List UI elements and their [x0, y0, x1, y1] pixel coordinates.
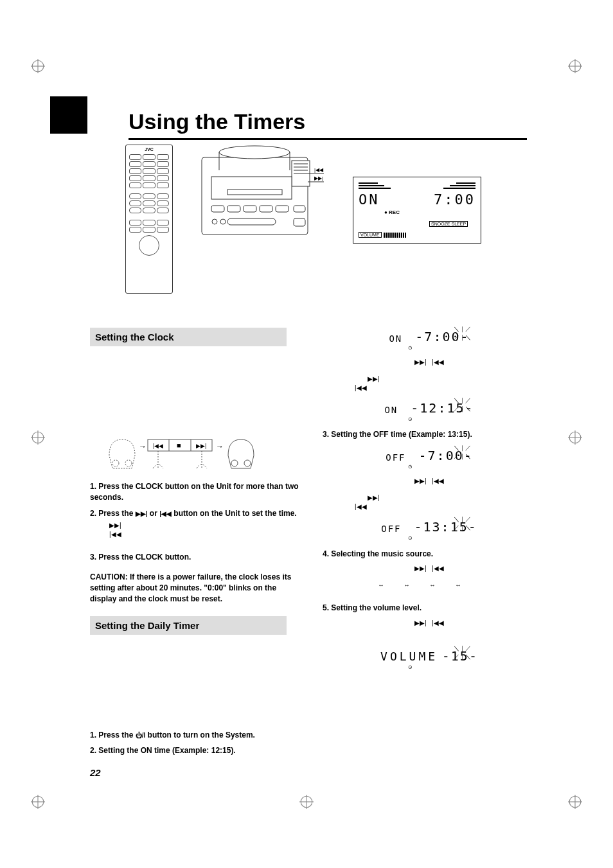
clock-step-1: 1. Press the CLOCK button on the Unit fo…: [90, 481, 303, 503]
rewind-icon: |◀◀: [432, 619, 444, 626]
svg-text:■: ■: [177, 441, 181, 449]
right-column: ＼｜／／｜＼ ON-7:00- ⊙ ▶▶| |◀◀ ▶▶| |◀◀ ＼｜／／｜＼…: [323, 321, 536, 759]
lcd-figure-on-1215: ＼｜／／｜＼ ON-12:15- ⊙: [375, 399, 484, 423]
fast-forward-icon: ▶▶|: [414, 477, 427, 484]
svg-rect-34: [244, 206, 256, 212]
rewind-icon: |◀◀: [109, 530, 121, 539]
svg-text:|◀◀: |◀◀: [314, 167, 324, 173]
clock-indicator-icon: ⊙: [336, 416, 484, 423]
figure-lcd-display: ON 7:00 ● REC SNOOZE SLEEP VOLUME: [353, 177, 481, 244]
double-arrow-icon: ↔: [378, 581, 404, 589]
svg-rect-31: [227, 190, 282, 195]
svg-text:|◀◀: |◀◀: [153, 443, 163, 449]
fast-forward-icon: ▶▶|: [414, 359, 427, 366]
rewind-icon: |◀◀: [159, 510, 172, 517]
svg-rect-33: [227, 206, 240, 212]
lcd-tuning-bars-right-icon: [443, 182, 475, 190]
svg-rect-32: [211, 206, 224, 212]
svg-rect-38: [227, 218, 276, 225]
caution-text: CAUTION: If there is a power failure, th…: [90, 572, 303, 604]
daily-step-4: 4. Selecting the music source.: [323, 549, 536, 560]
fast-forward-icon: ▶▶|: [368, 493, 380, 502]
fast-forward-icon: ▶▶|: [414, 565, 427, 572]
svg-point-39: [212, 219, 217, 224]
clock-indicator-icon: ⊙: [336, 535, 484, 542]
clock-step-2: 2. Press the ▶▶| or |◀◀ button on the Un…: [90, 508, 303, 519]
rewind-icon: |◀◀: [355, 384, 367, 393]
daily-step-3: 3. Setting the OFF time (Example: 13:15)…: [323, 429, 536, 440]
section-heading-daily-timer: Setting the Daily Timer: [90, 616, 287, 635]
twinkle-icon: ＼｜／／｜＼: [454, 515, 471, 531]
rewind-icon: |◀◀: [432, 359, 444, 366]
rewind-icon: |◀◀: [432, 565, 444, 572]
daily-step-1: 1. Press the ⏻/I button to turn on the S…: [90, 730, 303, 741]
registration-mark: [31, 59, 45, 73]
svg-text:→: →: [139, 442, 147, 451]
remote-brand-label: JVC: [126, 147, 172, 152]
registration-mark: [299, 795, 314, 809]
figure-main-unit: |◀◀ ▶▶|: [199, 145, 327, 238]
chapter-tab: [50, 96, 87, 134]
svg-point-58: [231, 460, 238, 466]
left-column: Setting the Clock → |◀◀ ■ ▶▶|: [90, 321, 303, 759]
registration-mark: [31, 430, 45, 445]
svg-point-46: [112, 460, 119, 466]
svg-rect-36: [276, 206, 289, 212]
lcd-figure-off-7: ＼｜／／｜＼ OFF-7:00- ⊙: [375, 447, 484, 470]
svg-text:→: →: [216, 442, 224, 451]
fast-forward-icon: ▶▶|: [109, 521, 121, 530]
daily-step-5: 5. Setting the volume level.: [323, 603, 536, 614]
clock-indicator-icon: ⊙: [336, 344, 484, 351]
svg-text:▶▶|: ▶▶|: [196, 443, 206, 449]
fast-forward-icon: ▶▶|: [368, 375, 380, 384]
source-cycle-arrows: ↔↔↔↔: [323, 581, 536, 590]
figure-remote-control: JVC: [125, 145, 173, 294]
lcd-figure-on-7: ＼｜／／｜＼ ON-7:00- ⊙: [375, 328, 484, 351]
svg-point-22: [219, 146, 290, 159]
twinkle-icon: ＼｜／／｜＼: [454, 444, 471, 460]
rewind-icon: |◀◀: [432, 477, 444, 484]
lcd-snooze-sleep: SNOOZE SLEEP: [429, 221, 468, 227]
power-icon: ⏻/I: [136, 732, 146, 739]
fast-forward-icon: ▶▶|: [136, 510, 148, 517]
registration-mark: [568, 59, 582, 73]
svg-point-47: [125, 460, 132, 466]
svg-rect-30: [211, 177, 292, 199]
title-underline: [129, 138, 527, 140]
lcd-figure-volume: ＼｜／／｜＼ VOLUME -15- ⊙: [375, 647, 484, 671]
page-title: Using the Timers: [129, 109, 536, 134]
lcd-rec-indicator: ● REC: [384, 209, 475, 215]
figure-tape-controls: → |◀◀ ■ ▶▶| →: [103, 430, 270, 475]
registration-mark: [31, 795, 45, 809]
clock-step-3: 3. Press the CLOCK button.: [90, 552, 303, 563]
double-arrow-icon: ↔: [455, 581, 481, 589]
twinkle-icon: ＼｜／／｜＼: [454, 325, 471, 341]
daily-step-2: 2. Setting the ON time (Example: 12:15).: [90, 745, 303, 756]
clock-indicator-icon: ⊙: [336, 664, 484, 671]
svg-rect-37: [294, 206, 305, 212]
registration-mark: [568, 795, 582, 809]
svg-text:▶▶|: ▶▶|: [314, 175, 323, 181]
lcd-volume-bars-icon: [384, 233, 406, 238]
svg-point-59: [244, 460, 251, 466]
lcd-volume-label: VOLUME: [359, 232, 382, 238]
twinkle-icon: ＼｜／／｜＼: [454, 644, 471, 660]
lcd-figure-off-1315: ＼｜／／｜＼ OFF-13:15- ⊙: [375, 518, 484, 542]
clock-indicator-icon: ⊙: [336, 463, 484, 470]
lcd-tuning-bars-left-icon: [359, 182, 391, 190]
svg-rect-41: [294, 218, 305, 226]
section-heading-clock: Setting the Clock: [90, 328, 287, 346]
page-number: 22: [90, 767, 101, 778]
double-arrow-icon: ↔: [404, 581, 429, 589]
double-arrow-icon: ↔: [429, 581, 455, 589]
twinkle-icon: ＼｜／／｜＼: [454, 396, 471, 412]
svg-rect-35: [260, 206, 272, 212]
lcd-time: 7:00: [434, 193, 475, 207]
registration-mark: [568, 430, 582, 445]
rewind-icon: |◀◀: [355, 502, 367, 511]
fast-forward-icon: ▶▶|: [414, 619, 427, 626]
lcd-status: ON: [359, 193, 380, 207]
svg-point-40: [220, 219, 226, 224]
